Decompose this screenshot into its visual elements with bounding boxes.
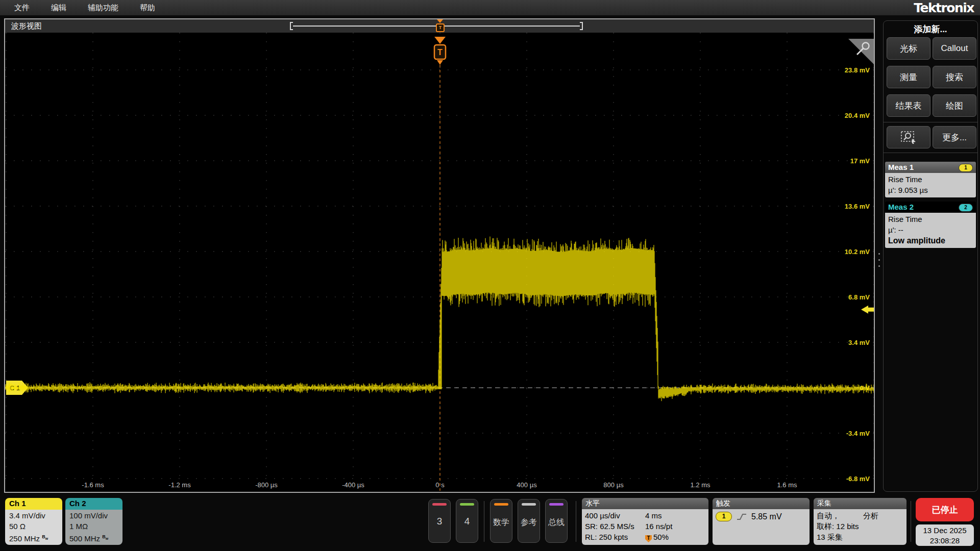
meas1-type: Rise Time	[888, 174, 973, 185]
ref-button[interactable]: 参考	[518, 499, 540, 543]
cursor-button[interactable]: 光标	[887, 37, 930, 60]
bus-color-stripe	[549, 503, 564, 506]
meas2-value: µ': --	[888, 224, 973, 235]
zoom-box-icon	[900, 131, 917, 144]
x-tick-label: 1.2 ms	[690, 481, 710, 489]
y-tick-label: 6.8 mV	[848, 293, 870, 301]
acquisition-overview-bar[interactable]: T	[290, 22, 583, 30]
date-label: 13 Dec 2025	[916, 525, 974, 536]
channel-2-settings: 100 mV/div 1 MΩ 500 MHz Bw	[65, 510, 122, 545]
meas1-card[interactable]: Meas 1 1 Rise Time µ': 9.053 µs	[885, 162, 976, 197]
results-table-button[interactable]: 结果表	[887, 94, 930, 117]
trigger-level-arrow[interactable]	[861, 306, 874, 314]
waveform-view-header: 波形视图 T	[5, 19, 874, 33]
acquisition-sampling: 取样: 12 bits	[817, 521, 903, 532]
run-stop-button[interactable]: 已停止	[916, 498, 974, 521]
menu-utility[interactable]: 辅助功能	[88, 3, 118, 13]
zoom-corner-control[interactable]	[848, 39, 874, 64]
channel-2-scale: 100 mV/div	[69, 510, 122, 521]
menu-edit[interactable]: 编辑	[51, 3, 66, 13]
trigger-flag[interactable]: T	[434, 37, 446, 65]
add-new-header: 添加新...	[884, 23, 977, 35]
graticule: -1.6 ms-1.2 ms-800 µs-400 µs0 s400 µs800…	[5, 33, 874, 492]
trigger-level: 5.85 mV	[751, 512, 782, 521]
channel-1-header: Ch 1	[5, 498, 62, 510]
horizontal-body: 400 µs/div4 ms SR: 62.5 MS/s16 ns/pt RL:…	[582, 509, 708, 545]
channel-2-impedance: 1 MΩ	[69, 521, 122, 532]
more-button[interactable]: 更多...	[933, 126, 976, 148]
channel-1-bandwidth: 250 MHz Bw	[9, 532, 62, 544]
overview-trigger-marker[interactable]: T	[436, 23, 445, 32]
acquisition-panel[interactable]: 采集 自动，分析 取样: 12 bits 13 采集	[814, 498, 906, 545]
tektronix-logo: Tektronix	[914, 1, 974, 15]
channel-2-bandwidth: 500 MHz Bw	[69, 532, 122, 544]
ref-color-stripe	[522, 503, 536, 506]
acquisition-mode: 自动，	[817, 510, 840, 521]
trigger-position-icon: T	[645, 535, 652, 542]
meas1-value: µ': 9.053 µs	[888, 185, 973, 195]
channel-2-header: Ch 2	[65, 498, 122, 510]
callout-button[interactable]: Callout	[933, 37, 976, 60]
y-tick-label: 17 mV	[850, 157, 870, 165]
meas1-title: Meas 1	[888, 163, 914, 171]
acquisition-count: 13 采集	[817, 532, 903, 542]
x-tick-label: -800 µs	[255, 481, 278, 489]
bus-button[interactable]: 总线	[545, 499, 568, 543]
sidebar: 添加新... 光标 Callout 测量 搜索 结果表 绘图 更多... Mea…	[883, 20, 978, 492]
record-length: RL: 250 kpts	[585, 532, 645, 542]
y-tick-label: -6.8 mV	[846, 475, 870, 483]
x-tick-label: -1.2 ms	[168, 481, 191, 489]
meas1-body: Rise Time µ': 9.053 µs	[885, 173, 976, 197]
horizontal-scale: 400 µs/div	[585, 510, 645, 521]
channel-2-badge[interactable]: Ch 2 100 mV/div 1 MΩ 500 MHz Bw	[65, 498, 122, 545]
horizontal-panel[interactable]: 水平 400 µs/div4 ms SR: 62.5 MS/s16 ns/pt …	[582, 498, 708, 545]
sample-interval: 16 ns/pt	[645, 521, 672, 532]
zoom-mode-button[interactable]	[887, 126, 930, 148]
y-tick-label: 20.4 mV	[845, 112, 870, 119]
y-tick-label: 3.4 mV	[848, 339, 870, 346]
time-label: 23:08:28	[916, 536, 974, 546]
meas1-header: Meas 1 1	[885, 162, 976, 173]
y-tick-label: -3.4 mV	[846, 430, 870, 437]
meas2-warning: Low amplitude	[888, 235, 973, 246]
x-tick-label: 400 µs	[517, 481, 537, 489]
channel-3-button[interactable]: 3	[428, 499, 451, 543]
meas1-badge: 1	[959, 164, 973, 172]
waveform-view-panel: 波形视图 T -1.6 ms-1.2 ms-800 µs-400 µs0 s40…	[4, 18, 875, 493]
y-tick-label: 23.8 mV	[845, 66, 870, 74]
bandwidth-limit-icon: Bw	[42, 534, 48, 539]
x-tick-label: 1.6 ms	[777, 481, 797, 489]
datetime-badge[interactable]: 13 Dec 2025 23:08:28	[916, 524, 974, 546]
tekscope-app: { "menu": {"items": [{"label":"文件"},{"la…	[0, 0, 980, 551]
menu-file[interactable]: 文件	[14, 3, 30, 13]
plot-button[interactable]: 绘图	[933, 94, 976, 117]
acquisition-header: 采集	[814, 498, 906, 509]
channel-3-color-stripe	[432, 503, 447, 506]
trigger-panel[interactable]: 触发 1 5.85 mV	[713, 498, 810, 545]
acquisition-body: 自动，分析 取样: 12 bits 13 采集	[814, 509, 906, 545]
horizontal-window: 4 ms	[645, 510, 662, 521]
panel-splitter-handle[interactable]	[877, 253, 880, 270]
channel-4-color-stripe	[460, 503, 474, 506]
meas2-body: Rise Time µ': -- Low amplitude	[885, 213, 976, 248]
meas2-header: Meas 2 2	[885, 202, 976, 213]
meas2-title: Meas 2	[888, 203, 914, 211]
x-tick-label: -400 µs	[342, 481, 364, 489]
overview-trigger-caret-icon	[437, 19, 443, 23]
acquisition-analysis: 分析	[863, 510, 878, 521]
measure-button[interactable]: 测量	[887, 66, 930, 88]
channel-1-badge[interactable]: Ch 1 3.4 mV/div 50 Ω 250 MHz Bw	[5, 498, 62, 545]
menu-help[interactable]: 帮助	[140, 3, 155, 13]
x-tick-label: -1.6 ms	[82, 481, 104, 489]
channel-1-settings: 3.4 mV/div 50 Ω 250 MHz Bw	[5, 510, 62, 545]
meas2-card[interactable]: Meas 2 2 Rise Time µ': -- Low amplitude	[885, 202, 976, 248]
rising-edge-icon	[736, 512, 747, 521]
ch1-trace	[5, 237, 874, 402]
search-button[interactable]: 搜索	[933, 66, 976, 88]
channel-4-button[interactable]: 4	[456, 499, 478, 543]
x-tick-label: 800 µs	[603, 481, 624, 489]
math-button[interactable]: 数学	[490, 499, 512, 543]
trigger-position: T50%	[645, 532, 669, 542]
y-tick-label: 10.2 mV	[845, 248, 870, 256]
bandwidth-limit-icon: Bw	[102, 534, 108, 539]
